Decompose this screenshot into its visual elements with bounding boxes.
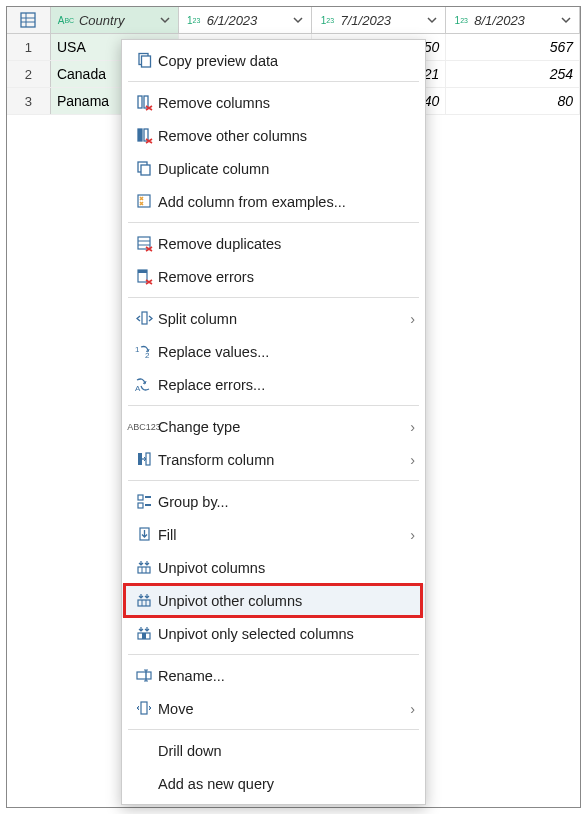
column-header-8-1-2023[interactable]: 123 8/1/2023 [446,7,580,33]
number-type-icon: 123 [450,15,472,26]
menu-label: Remove errors [158,269,415,285]
menu-move[interactable]: Move › [122,692,425,725]
menu-label: Add column from examples... [158,194,415,210]
menu-rename[interactable]: Rename... [122,659,425,692]
remove-errors-icon [130,268,158,285]
svg-rect-17 [138,270,147,273]
menu-label: Unpivot only selected columns [158,626,415,642]
menu-separator [128,297,419,298]
change-type-icon: ABC123 [130,423,158,431]
svg-rect-27 [145,504,151,506]
menu-label: Remove columns [158,95,415,111]
text-type-icon: ABC [55,16,77,25]
svg-rect-0 [21,13,35,27]
svg-rect-37 [137,672,151,679]
add-column-examples-icon [130,193,158,210]
submenu-chevron-icon: › [410,527,415,543]
unpivot-selected-icon [130,625,158,642]
grid-header: ABC Country 123 6/1/2023 123 7/1/2023 12… [7,7,580,34]
column-dropdown-icon[interactable] [156,11,174,29]
menu-remove-other-columns[interactable]: Remove other columns [122,119,425,152]
row-number[interactable]: 3 [7,88,51,114]
replace-errors-icon: A [130,376,158,393]
menu-transform-column[interactable]: Transform column › [122,443,425,476]
menu-label: Group by... [158,494,415,510]
menu-separator [128,480,419,481]
split-column-icon [130,310,158,327]
copy-icon [130,52,158,69]
menu-add-column-from-examples[interactable]: Add column from examples... [122,185,425,218]
svg-rect-13 [138,237,150,249]
menu-split-column[interactable]: Split column › [122,302,425,335]
menu-label: Add as new query [158,776,415,792]
menu-change-type[interactable]: ABC123 Change type › [122,410,425,443]
column-label: 7/1/2023 [338,13,423,28]
column-header-country[interactable]: ABC Country [51,7,179,33]
fill-icon [130,526,158,543]
svg-rect-18 [142,312,147,324]
menu-drill-down[interactable]: Drill down [122,734,425,767]
svg-rect-6 [138,96,142,108]
cell-value[interactable]: 254 [446,61,580,87]
menu-replace-values[interactable]: 12 Replace values... [122,335,425,368]
menu-separator [128,729,419,730]
menu-unpivot-only-selected-columns[interactable]: Unpivot only selected columns [122,617,425,650]
menu-label: Unpivot other columns [158,593,415,609]
column-header-7-1-2023[interactable]: 123 7/1/2023 [312,7,446,33]
replace-values-icon: 12 [130,343,158,360]
column-dropdown-icon[interactable] [423,11,441,29]
menu-unpivot-columns[interactable]: Unpivot columns [122,551,425,584]
app-frame: ABC Country 123 6/1/2023 123 7/1/2023 12… [6,6,581,808]
menu-label: Copy preview data [158,53,415,69]
svg-rect-26 [138,503,143,508]
svg-rect-12 [138,195,150,207]
duplicate-icon [130,160,158,177]
menu-label: Duplicate column [158,161,415,177]
menu-replace-errors[interactable]: A Replace errors... [122,368,425,401]
menu-separator [128,222,419,223]
menu-separator [128,81,419,82]
menu-remove-duplicates[interactable]: Remove duplicates [122,227,425,260]
submenu-chevron-icon: › [410,701,415,717]
menu-label: Drill down [158,743,415,759]
svg-rect-41 [141,702,147,714]
menu-separator [128,654,419,655]
row-number[interactable]: 2 [7,61,51,87]
menu-remove-columns[interactable]: Remove columns [122,86,425,119]
menu-label: Unpivot columns [158,560,415,576]
row-number[interactable]: 1 [7,34,51,60]
menu-remove-errors[interactable]: Remove errors [122,260,425,293]
cell-value[interactable]: 80 [446,88,580,114]
submenu-chevron-icon: › [410,452,415,468]
menu-add-as-new-query[interactable]: Add as new query [122,767,425,800]
svg-rect-29 [138,567,150,573]
svg-text:A: A [135,384,141,393]
remove-duplicates-icon [130,235,158,252]
menu-label: Rename... [158,668,415,684]
menu-label: Move [158,701,410,717]
column-dropdown-icon[interactable] [289,11,307,29]
column-dropdown-icon[interactable] [557,11,575,29]
submenu-chevron-icon: › [410,311,415,327]
submenu-chevron-icon: › [410,419,415,435]
column-label: 8/1/2023 [472,13,557,28]
menu-unpivot-other-columns[interactable]: Unpivot other columns [122,584,425,617]
menu-group-by[interactable]: Group by... [122,485,425,518]
menu-duplicate-column[interactable]: Duplicate column [122,152,425,185]
menu-label: Remove duplicates [158,236,415,252]
number-type-icon: 123 [316,15,338,26]
group-by-icon [130,493,158,510]
column-header-6-1-2023[interactable]: 123 6/1/2023 [179,7,313,33]
svg-text:2: 2 [145,351,150,360]
context-menu: Copy preview data Remove columns Remove … [121,39,426,805]
remove-other-columns-icon [130,127,158,144]
cell-value[interactable]: 567 [446,34,580,60]
row-number-header[interactable] [7,7,51,33]
svg-rect-32 [138,600,150,606]
svg-rect-24 [138,495,143,500]
move-icon [130,700,158,717]
menu-copy-preview-data[interactable]: Copy preview data [122,44,425,77]
menu-label: Replace values... [158,344,415,360]
menu-fill[interactable]: Fill › [122,518,425,551]
svg-rect-8 [138,129,142,141]
